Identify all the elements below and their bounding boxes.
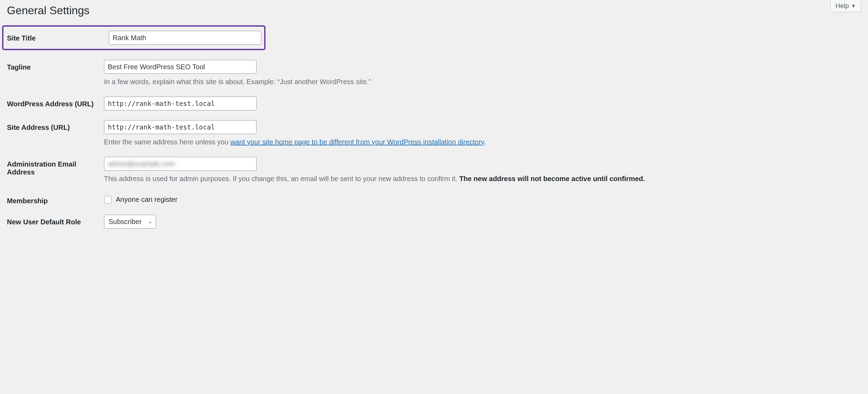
site-title-highlight: Site Title [2,25,266,50]
admin-email-description: This address is used for admin purposes.… [104,173,854,184]
membership-checkbox-label[interactable]: Anyone can register [104,194,854,204]
wp-address-row: WordPress Address (URL) [7,97,861,110]
page-title: General Settings [7,0,861,22]
tagline-input[interactable] [104,60,257,74]
default-role-label: New User Default Role [7,215,104,226]
site-address-desc-post: . [484,138,486,146]
site-address-description: Enter the same address here unless you w… [104,137,854,147]
chevron-down-icon: ▼ [851,3,856,9]
admin-email-desc-strong: The new address will not become active u… [459,175,645,182]
default-role-select[interactable]: Subscriber [104,215,156,229]
membership-label: Membership [7,194,104,205]
site-title-row: Site Title [7,31,261,45]
site-address-desc-link[interactable]: want your site home page to be different… [231,138,484,146]
site-title-label: Site Title [7,31,109,42]
tagline-row: Tagline In a few words, explain what thi… [7,60,861,87]
site-address-desc-pre: Enter the same address here unless you [104,138,231,146]
wp-address-label: WordPress Address (URL) [7,97,104,108]
site-address-input[interactable] [104,120,257,134]
membership-checkbox[interactable] [104,196,112,204]
admin-email-input[interactable]: admin@example.com [104,157,257,171]
admin-email-value-blurred: admin@example.com [108,159,175,169]
site-title-input[interactable] [109,31,261,45]
admin-email-row: Administration Email Address admin@examp… [7,157,861,184]
help-tab-button[interactable]: Help ▼ [830,0,861,12]
wp-address-input[interactable] [104,97,257,110]
help-tab-label: Help [835,2,849,10]
site-address-label: Site Address (URL) [7,120,104,132]
tagline-description: In a few words, explain what this site i… [104,77,854,87]
admin-email-label: Administration Email Address [7,157,104,176]
default-role-row: New User Default Role Subscriber ⌄ [7,215,861,229]
site-address-row: Site Address (URL) Enter the same addres… [7,120,861,147]
tagline-label: Tagline [7,60,104,71]
admin-email-desc-plain: This address is used for admin purposes.… [104,175,459,182]
membership-row: Membership Anyone can register [7,194,861,205]
membership-checkbox-text: Anyone can register [116,196,177,204]
